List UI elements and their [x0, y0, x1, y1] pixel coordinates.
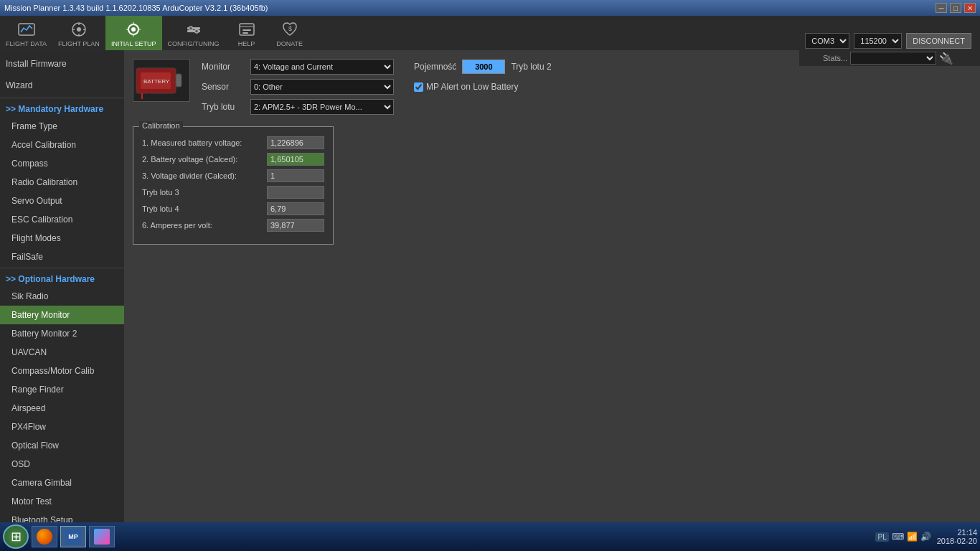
- flight-plan-icon: [69, 19, 89, 39]
- sidebar-item-optical-flow[interactable]: Optical Flow: [0, 436, 124, 455]
- tryb-lotu-2-label: Tryb lotu 2: [511, 62, 551, 72]
- menu-initial-setup[interactable]: INITIAL SETUP: [105, 16, 162, 50]
- minimize-button[interactable]: ─: [936, 3, 947, 13]
- sidebar-item-compass[interactable]: Compass: [0, 154, 124, 173]
- firefox-icon: [37, 529, 52, 545]
- sidebar-item-osd[interactable]: OSD: [0, 455, 124, 474]
- sidebar-item-servo-output[interactable]: Servo Output: [0, 192, 124, 210]
- cal-label-4: Tryb lotu 3: [142, 188, 267, 197]
- cal-input-4[interactable]: [267, 186, 324, 199]
- clock-time: 21:14: [937, 528, 977, 537]
- tryb-lotu-select[interactable]: 2: APM2.5+ - 3DR Power Mo...: [250, 99, 394, 115]
- battery-image: BATTERY: [133, 59, 190, 102]
- baud-rate-select[interactable]: 115200: [854, 33, 902, 49]
- pojemnosc-input[interactable]: [462, 60, 505, 74]
- menu-help-label: HELP: [238, 40, 255, 47]
- sidebar-item-battery-monitor-2[interactable]: Battery Monitor 2: [0, 324, 124, 343]
- cal-label-3: 3. Voltage divider (Calced):: [142, 171, 267, 180]
- sidebar-item-install-firmware[interactable]: Install Firmware: [0, 53, 124, 75]
- sidebar-item-esc-calibration[interactable]: ESC Calibration: [0, 210, 124, 229]
- sidebar-item-wizard[interactable]: Wizard: [0, 75, 124, 96]
- sidebar-item-sik-radio[interactable]: Sik Radio: [0, 287, 124, 306]
- cal-input-6[interactable]: [267, 219, 324, 232]
- sensor-row: Sensor 0: Other MP Alert on Low Battery: [202, 79, 971, 95]
- menu-flight-data-label: FLIGHT DATA: [6, 40, 47, 47]
- pojemnosc-label: Pojemność: [414, 62, 456, 72]
- tryb-lotu-label: Tryb lotu: [202, 102, 245, 112]
- sidebar-item-motor-test[interactable]: Motor Test: [0, 492, 124, 511]
- cal-input-5[interactable]: [267, 202, 324, 215]
- titlebar: Mission Planner 1.3.43 build 1.1.6202.10…: [0, 0, 980, 16]
- cal-row-3: 3. Voltage divider (Calced):: [142, 169, 324, 182]
- mp-alert-checkbox[interactable]: [414, 83, 423, 92]
- menu-config-label: CONFIG/TUNING: [168, 40, 220, 47]
- calibration-box: Calibration 1. Measured battery voltage:…: [133, 126, 334, 245]
- menu-initial-setup-label: INITIAL SETUP: [111, 40, 156, 47]
- sidebar-item-airspeed[interactable]: Airspeed: [0, 399, 124, 418]
- titlebar-buttons: ─ □ ✕: [936, 3, 976, 13]
- sidebar-item-px4flow[interactable]: PX4Flow: [0, 418, 124, 436]
- taskbar-paint[interactable]: [89, 526, 115, 547]
- menu-flight-plan[interactable]: FLIGHT PLAN: [52, 16, 105, 50]
- cal-row-4: Tryb lotu 3: [142, 186, 324, 199]
- stats-select[interactable]: [850, 52, 936, 65]
- start-button[interactable]: ⊞: [3, 524, 29, 549]
- monitor-select[interactable]: 4: Voltage and Current: [250, 59, 394, 75]
- maximize-button[interactable]: □: [950, 3, 961, 13]
- menu-config-tuning[interactable]: CONFIG/TUNING: [162, 16, 225, 50]
- disconnect-button[interactable]: DISCONNECT: [906, 33, 971, 49]
- close-button[interactable]: ✕: [964, 3, 976, 13]
- cal-input-3[interactable]: [267, 169, 324, 182]
- stats-label: Stats...: [823, 54, 847, 62]
- svg-point-2: [77, 27, 81, 32]
- cal-input-2[interactable]: [267, 153, 324, 166]
- sidebar-item-failsafe[interactable]: FailSafe: [0, 248, 124, 266]
- network-icon: 📶: [907, 532, 918, 542]
- menu-flight-data[interactable]: FLIGHT DATA: [0, 16, 52, 50]
- cal-row-6: 6. Amperes per volt:: [142, 219, 324, 232]
- com-port-select[interactable]: COM3: [805, 33, 849, 49]
- monitor-label: Monitor: [202, 62, 245, 72]
- clock: 21:14 2018-02-20: [937, 528, 977, 545]
- title-text: Mission Planner 1.3.43 build 1.1.6202.10…: [4, 4, 268, 12]
- cal-label-2: 2. Battery voltage (Calced):: [142, 155, 267, 164]
- cal-input-1[interactable]: [267, 136, 324, 149]
- menu-flight-plan-label: FLIGHT PLAN: [58, 40, 100, 47]
- svg-rect-15: [242, 29, 251, 31]
- volume-icon: 🔊: [920, 532, 931, 542]
- config-tuning-icon: [184, 19, 204, 39]
- mandatory-hardware-header[interactable]: >> Mandatory Hardware: [0, 100, 124, 117]
- sidebar-item-accel-calibration[interactable]: Accel Calibration: [0, 136, 124, 154]
- cal-label-1: 1. Measured battery voltage:: [142, 138, 267, 147]
- sidebar-item-frame-type[interactable]: Frame Type: [0, 117, 124, 136]
- battery-monitor-fields: Monitor 4: Voltage and Current Pojemność…: [202, 59, 971, 115]
- keyboard-icon: ⌨: [892, 532, 904, 542]
- sensor-select[interactable]: 0: Other: [250, 79, 394, 95]
- sidebar-item-battery-monitor[interactable]: Battery Monitor: [0, 306, 124, 324]
- menu-help[interactable]: HELP: [225, 16, 268, 50]
- pojemnosc-area: Pojemność Tryb lotu 2: [414, 60, 552, 74]
- menu-donate[interactable]: $ DONATE: [268, 16, 311, 50]
- cal-row-1: 1. Measured battery voltage:: [142, 136, 324, 149]
- topright-controls: COM3 115200 DISCONNECT Stats... 🔌: [799, 32, 980, 66]
- sensor-label: Sensor: [202, 82, 245, 92]
- sidebar-item-bluetooth-setup[interactable]: Bluetooth Setup: [0, 511, 124, 522]
- flight-data-icon: [17, 19, 37, 39]
- cal-row-2: 2. Battery voltage (Calced):: [142, 153, 324, 166]
- sidebar-separator-2: [0, 268, 124, 268]
- svg-rect-16: [242, 32, 248, 34]
- battery-monitor-header: BATTERY Monitor 4: Voltage and Current P…: [133, 59, 971, 115]
- plug-icon[interactable]: 🔌: [939, 52, 953, 65]
- sidebar-item-flight-modes[interactable]: Flight Modes: [0, 229, 124, 248]
- sidebar: Install Firmware Wizard >> Mandatory Har…: [0, 50, 124, 522]
- sidebar-item-uavcan[interactable]: UAVCAN: [0, 343, 124, 362]
- taskbar-firefox[interactable]: [32, 526, 57, 547]
- lang-indicator: PL: [875, 532, 888, 542]
- sidebar-item-compass-motor-calib[interactable]: Compass/Motor Calib: [0, 362, 124, 380]
- taskbar: ⊞ MP PL ⌨ 📶 🔊 21:14 2018-02-20: [0, 522, 980, 551]
- taskbar-mission-planner[interactable]: MP: [60, 526, 86, 547]
- sidebar-item-range-finder[interactable]: Range Finder: [0, 380, 124, 399]
- sidebar-item-radio-calibration[interactable]: Radio Calibration: [0, 173, 124, 192]
- sidebar-item-camera-gimbal[interactable]: Camera Gimbal: [0, 474, 124, 492]
- optional-hardware-header[interactable]: >> Optional Hardware: [0, 270, 124, 287]
